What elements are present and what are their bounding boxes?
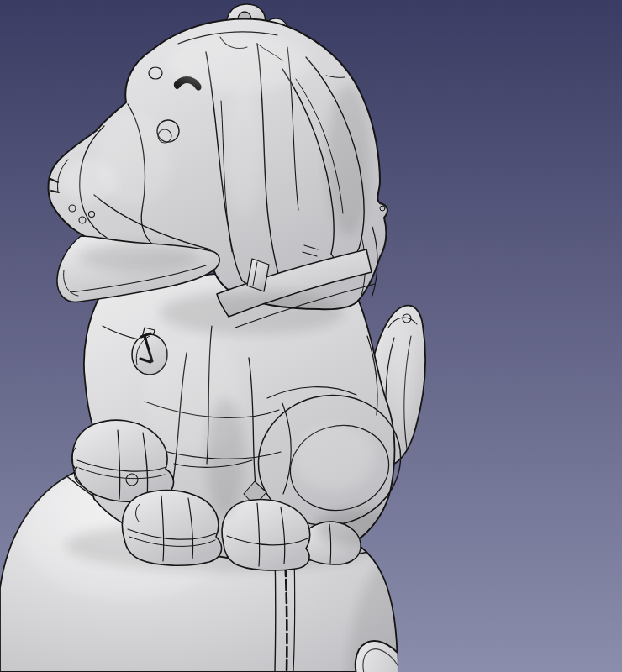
front-paw-near[interactable] — [122, 490, 221, 565]
between-legs-shade — [207, 399, 244, 517]
hind-paw[interactable] — [222, 500, 310, 570]
model-canvas — [0, 0, 622, 672]
tail-highlight — [393, 328, 414, 428]
crown-highlight — [168, 34, 311, 92]
neck-shade — [160, 291, 345, 334]
under-muzzle-shade — [80, 244, 198, 270]
paw-surface[interactable] — [222, 500, 310, 570]
haunch-highlight — [294, 424, 375, 491]
ear-shade — [327, 84, 371, 235]
3d-viewport[interactable] — [0, 0, 622, 672]
paw-surface[interactable] — [122, 490, 221, 565]
muzzle-highlight — [59, 160, 118, 202]
ear-highlight — [225, 84, 262, 218]
